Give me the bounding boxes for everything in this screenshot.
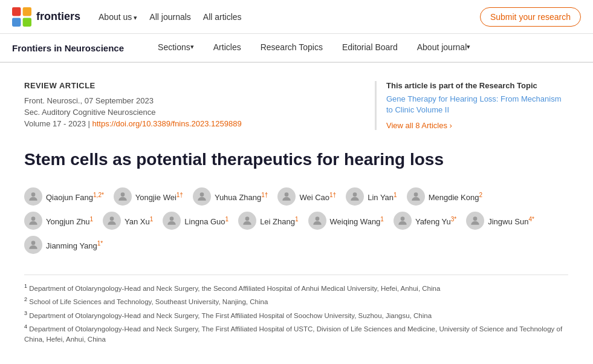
author-sup: 1† <box>329 192 336 198</box>
author-name[interactable]: Yafeng Yu3* <box>415 216 456 226</box>
svg-rect-0 <box>12 7 21 16</box>
author-sup: 1,2* <box>93 192 104 198</box>
logo[interactable]: frontiers <box>12 7 80 27</box>
article-volume: Volume 17 - 2023 <box>24 119 86 128</box>
editorial-board-link[interactable]: Editorial Board <box>332 34 407 62</box>
author-avatar <box>163 212 181 230</box>
author-item: Lin Yan1 <box>346 187 397 206</box>
author-name[interactable]: Wei Cao1† <box>299 192 336 202</box>
author-avatar <box>24 212 42 230</box>
author-sup: 3* <box>451 216 456 223</box>
author-name[interactable]: Yongjie Wei1† <box>135 192 183 202</box>
doi-separator: | <box>88 119 92 128</box>
author-name[interactable]: Yuhua Zhang1† <box>215 192 268 202</box>
svg-point-10 <box>31 217 36 221</box>
author-avatar <box>308 212 326 230</box>
affiliation-line: 3 Department of Otolaryngology-Head and … <box>24 310 568 321</box>
about-journal-link[interactable]: About journal <box>407 34 481 62</box>
svg-rect-3 <box>23 18 31 26</box>
all-articles-link[interactable]: All articles <box>203 12 242 22</box>
journal-navigation: Frontiers in Neuroscience Sections Artic… <box>0 34 593 63</box>
author-avatar <box>394 212 412 230</box>
author-name[interactable]: Yongjun Zhu1 <box>46 216 93 226</box>
sections-link[interactable]: Sections <box>148 34 204 62</box>
affiliation-line: 1 Department of Otolaryngology-Head and … <box>24 282 568 294</box>
author-name[interactable]: Yan Xu1 <box>125 216 153 226</box>
author-item: Lei Zhang1 <box>238 212 298 230</box>
affiliations: 1 Department of Otolaryngology-Head and … <box>24 275 568 345</box>
article-type: REVIEW article <box>24 81 339 90</box>
author-avatar <box>346 187 364 206</box>
submit-research-button[interactable]: Submit your research <box>480 7 581 27</box>
author-sup: 1† <box>177 192 183 198</box>
author-sup: 1 <box>225 216 229 223</box>
author-item: Wei Cao1† <box>277 187 336 206</box>
top-nav-links: About us All journals All articles <box>99 12 480 22</box>
author-item: Yongjie Wei1† <box>114 187 183 206</box>
main-content: REVIEW article Front. Neurosci., 07 Sept… <box>0 63 592 364</box>
author-name[interactable]: Mengdie Kong2 <box>429 192 482 202</box>
author-name[interactable]: Weiqing Wang1 <box>330 216 384 226</box>
research-topic-box: This article is part of the Research Top… <box>375 81 568 130</box>
authors-list: Qiaojun Fang1,2* Yongjie Wei1† Yuhua Zha… <box>24 187 568 260</box>
research-topics-link[interactable]: Research Topics <box>251 34 332 62</box>
journal-name: Front. Neurosci., <box>24 96 82 105</box>
author-item: Yafeng Yu3* <box>394 212 456 230</box>
author-avatar <box>407 187 425 206</box>
author-sup: 4* <box>528 216 534 223</box>
author-name[interactable]: Lin Yan1 <box>368 192 397 202</box>
author-avatar <box>466 212 484 230</box>
svg-point-7 <box>285 193 289 197</box>
svg-point-16 <box>473 217 478 221</box>
svg-rect-2 <box>12 18 21 26</box>
meta-right: This article is part of the Research Top… <box>375 81 568 131</box>
author-name[interactable]: Jingwu Sun4* <box>488 216 534 226</box>
doi-link[interactable]: https://doi.org/10.3389/fnins.2023.12598… <box>92 119 242 128</box>
author-avatar <box>24 187 42 206</box>
svg-point-6 <box>200 193 204 197</box>
journal-nav-links: Sections Articles Research Topics Editor… <box>148 34 480 62</box>
author-item: Weiqing Wang1 <box>308 212 384 230</box>
author-item: Jianming Yang1* <box>24 236 103 254</box>
meta-left: REVIEW article Front. Neurosci., 07 Sept… <box>24 81 339 131</box>
author-avatar <box>277 187 296 206</box>
author-item: Lingna Guo1 <box>163 212 228 230</box>
author-name[interactable]: Jianming Yang1* <box>46 240 103 250</box>
view-articles-link[interactable]: View all 8 Articles <box>386 121 452 130</box>
svg-point-11 <box>110 217 114 221</box>
all-journals-link[interactable]: All journals <box>149 12 190 22</box>
author-sup: 1† <box>261 192 268 198</box>
svg-point-8 <box>353 193 357 197</box>
research-topic-label: This article is part of the Research Top… <box>386 81 568 90</box>
author-sup: 1 <box>380 216 384 223</box>
author-item: Jingwu Sun4* <box>466 212 534 230</box>
about-us-link[interactable]: About us <box>99 12 137 22</box>
journal-title: Frontiers in Neuroscience <box>12 43 124 53</box>
research-topic-title-link[interactable]: Gene Therapy for Hearing Loss: From Mech… <box>386 94 562 114</box>
author-avatar <box>24 236 42 254</box>
author-item: Qiaojun Fang1,2* <box>24 187 104 206</box>
author-sup: 1* <box>97 240 103 247</box>
logo-text: frontiers <box>36 10 80 23</box>
svg-point-13 <box>245 217 250 221</box>
author-sup: 1 <box>90 216 94 223</box>
svg-point-4 <box>31 193 36 197</box>
svg-point-12 <box>170 217 174 221</box>
meta-section: Sec. Auditory Cognitive Neuroscience <box>24 108 339 117</box>
author-name[interactable]: Lei Zhang1 <box>260 216 298 226</box>
author-name[interactable]: Qiaojun Fang1,2* <box>46 192 104 202</box>
svg-point-5 <box>121 193 125 197</box>
svg-point-17 <box>31 241 36 245</box>
author-sup: 2 <box>479 192 482 198</box>
research-topic-title: Gene Therapy for Hearing Loss: From Mech… <box>386 94 568 115</box>
author-avatar <box>114 187 132 206</box>
svg-point-14 <box>315 217 319 221</box>
article-meta: REVIEW article Front. Neurosci., 07 Sept… <box>24 81 568 131</box>
author-name[interactable]: Lingna Guo1 <box>184 216 228 226</box>
affiliation-line: 2 School of Life Sciences and Technology… <box>24 296 568 307</box>
svg-point-15 <box>401 217 405 221</box>
article-title: Stem cells as potential therapeutics for… <box>24 149 568 171</box>
meta-journal-date: Front. Neurosci., 07 September 2023 <box>24 96 339 105</box>
articles-link[interactable]: Articles <box>204 34 251 62</box>
svg-point-9 <box>413 193 418 197</box>
